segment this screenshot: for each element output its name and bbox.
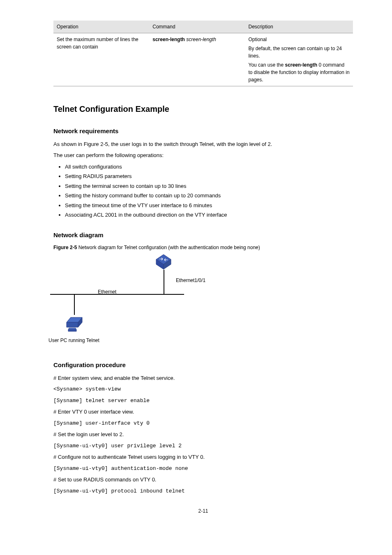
heading-network-requirements: Network requirements bbox=[53, 127, 353, 136]
svg-marker-7 bbox=[68, 330, 76, 331]
config-table: Operation Command Description Set the ma… bbox=[53, 21, 353, 86]
list-item: All switch configurations bbox=[65, 163, 353, 171]
th-operation: Operation bbox=[53, 21, 149, 33]
step-4-text: # Configure not to authenticate Telnet u… bbox=[53, 453, 353, 461]
cmd-line: [Sysname-ui-vty0] user privilege level 2 bbox=[53, 442, 353, 450]
cell-description: Optional By default, the screen can cont… bbox=[245, 33, 353, 86]
list-item: Setting the terminal screen to contain u… bbox=[65, 182, 353, 190]
list-item: Setting the timeout time of the VTY user… bbox=[65, 201, 353, 210]
heading-configuration-procedure: Configuration procedure bbox=[53, 361, 353, 370]
table-row: Set the maximum number of lines the scre… bbox=[53, 33, 353, 86]
step-5-text: # Set to use RADIUS commands on VTY 0. bbox=[53, 476, 353, 484]
cell-command: screen-length screen-length bbox=[149, 33, 245, 86]
para-requirements-1: As shown in Figure 2-5, the user logs in… bbox=[53, 140, 353, 148]
page-number: 2-11 bbox=[53, 507, 353, 515]
th-command: Command bbox=[149, 21, 245, 33]
svg-marker-4 bbox=[67, 322, 78, 327]
switch-port-label: Ethernet1/0/1 bbox=[176, 277, 205, 284]
line-pc bbox=[74, 294, 75, 315]
pc-icon bbox=[64, 315, 85, 332]
step-1-text: # Enter system view, and enable the Teln… bbox=[53, 374, 353, 382]
pc-label: User PC running Telnet bbox=[48, 337, 99, 344]
cmd-line: [Sysname] user-interface vty 0 bbox=[53, 419, 353, 428]
cmd-line: [Sysname] telnet server enable bbox=[53, 397, 353, 405]
network-diagram: Ethernet1/0/1 Ethernet User PC running T… bbox=[45, 254, 238, 348]
cmd-line: [Sysname-ui-vty0] protocol inbound telne… bbox=[53, 487, 353, 495]
heading-network-diagram: Network diagram bbox=[53, 231, 353, 240]
list-item: Setting RADIUS parameters bbox=[65, 172, 353, 180]
cell-operation: Set the maximum number of lines the scre… bbox=[53, 33, 149, 86]
requirements-list: All switch configurations Setting RADIUS… bbox=[65, 163, 353, 219]
list-item: Associating ACL 2001 in the outbound dir… bbox=[65, 211, 353, 219]
th-description: Description bbox=[245, 21, 353, 33]
cmd-line: [Sysname-ui-vty0] authentication-mode no… bbox=[53, 465, 353, 473]
list-item: Setting the history command buffer to co… bbox=[65, 192, 353, 200]
line-switch bbox=[164, 270, 164, 294]
step-2-text: # Enter VTY 0 user interface view. bbox=[53, 408, 353, 416]
cmd-line: <Sysname> system-view bbox=[53, 385, 353, 393]
svg-marker-6 bbox=[68, 328, 76, 330]
step-3-text: # Set the login user level to 2. bbox=[53, 430, 353, 439]
para-requirements-2: The user can perform the following opera… bbox=[53, 151, 353, 160]
switch-icon bbox=[155, 254, 172, 270]
line-ethernet bbox=[50, 294, 184, 295]
figure-caption: Figure 2-5 Network diagram for Telnet co… bbox=[53, 244, 353, 251]
heading-telnet-example: Telnet Configuration Example bbox=[53, 103, 353, 115]
